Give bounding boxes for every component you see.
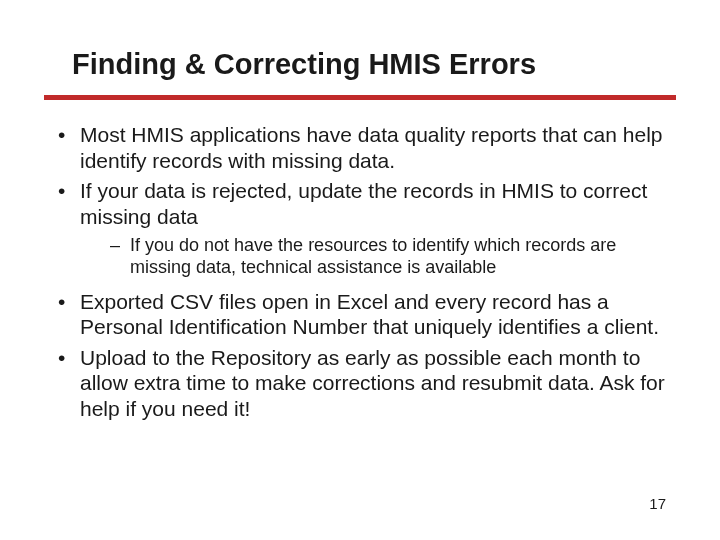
slide-container: Finding & Correcting HMIS Errors Most HM… — [0, 0, 720, 540]
slide-title: Finding & Correcting HMIS Errors — [72, 48, 670, 81]
bullet-text: If your data is rejected, update the rec… — [80, 179, 647, 228]
sub-bullet-list: If you do not have the resources to iden… — [80, 235, 670, 278]
bullet-item: Upload to the Repository as early as pos… — [50, 345, 670, 422]
bullet-item: Most HMIS applications have data quality… — [50, 122, 670, 173]
slide-content: Most HMIS applications have data quality… — [50, 122, 670, 422]
bullet-item: Exported CSV files open in Excel and eve… — [50, 289, 670, 340]
bullet-item: If your data is rejected, update the rec… — [50, 178, 670, 278]
sub-bullet-item: If you do not have the resources to iden… — [80, 235, 670, 278]
page-number: 17 — [649, 495, 666, 512]
title-divider — [44, 95, 676, 100]
bullet-list: Most HMIS applications have data quality… — [50, 122, 670, 422]
